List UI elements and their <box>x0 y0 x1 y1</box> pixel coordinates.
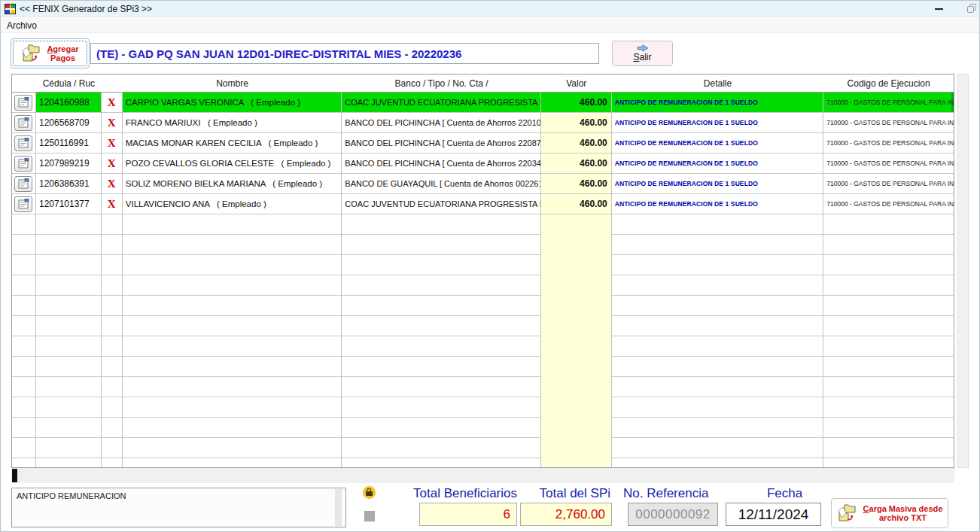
cell-cedula: 1207989219 <box>36 154 102 174</box>
edit-form-icon <box>18 117 29 128</box>
table-row: 1204160988 X CARPIO VARGAS VERONICA ( Em… <box>12 93 954 113</box>
delete-row-button[interactable]: X <box>102 133 123 154</box>
cell-banco: BANCO DEL PICHINCHA [ Cuenta de Ahorros … <box>342 133 541 154</box>
grid-header: Cédula / Ruc Nombre Banco / Tipo / No. C… <box>12 74 954 93</box>
cell-nombre: CARPIO VARGAS VERONICA ( Empleado ) <box>123 93 342 113</box>
cell-banco: BANCO DE GUAYAQUIL [ Cuenta de Ahorros 0… <box>342 174 541 194</box>
fecha-input[interactable]: 12/11/2024 <box>726 503 821 526</box>
delete-row-button[interactable]: X <box>102 194 123 214</box>
cell-detalle: ANTICIPO DE REMUNERACION DE 1 SUELDO <box>612 154 824 174</box>
cell-nombre: SOLIZ MORENO BIELKA MARIANA ( Empleado ) <box>123 174 342 194</box>
cell-codigo: 710000 - GASTOS DE PERSONAL PARA INVERSI <box>823 133 954 154</box>
fenix-window: << FENIX Generador de SPi3 >> Archivo Ag… <box>0 0 980 532</box>
total-spi-label: Total del SPi <box>520 486 610 501</box>
menu-archivo[interactable]: Archivo <box>1 19 43 32</box>
cell-detalle: ANTICIPO DE REMUNERACION DE 1 SUELDO <box>612 133 824 154</box>
edit-row-button[interactable] <box>14 176 32 192</box>
header-codigo: Codigo de Ejecucion <box>823 74 954 93</box>
table-row: 1250116991 X MACIAS MONAR KAREN CECILIA … <box>12 133 954 154</box>
edit-row-button[interactable] <box>14 95 32 111</box>
delete-row-button[interactable]: X <box>102 113 123 133</box>
window-title: << FENIX Generador de SPi3 >> <box>20 4 152 14</box>
edit-form-icon <box>18 178 29 189</box>
table-row: 1206386391 X SOLIZ MORENO BIELKA MARIANA… <box>12 174 954 194</box>
cell-detalle: ANTICIPO DE REMUNERACION DE 1 SUELDO <box>612 113 824 133</box>
memo-textarea[interactable]: ANTICIPO REMUNERACION <box>11 488 346 527</box>
cell-detalle: ANTICIPO DE REMUNERACION DE 1 SUELDO <box>612 194 824 214</box>
cell-nombre: VILLAVICENCIO ANA ( Empleado ) <box>123 194 342 214</box>
cell-banco: COAC JUVENTUD ECUATORIANA PROGRESISTA LT… <box>342 194 541 214</box>
total-beneficiarios-label: Total Beneficiarios <box>377 486 517 501</box>
total-spi-value: 2,760.00 <box>520 503 612 526</box>
edit-form-icon <box>18 199 29 209</box>
salir-button[interactable]: Salir <box>612 41 673 66</box>
empty-row <box>12 316 954 336</box>
empty-row <box>12 418 954 438</box>
restore-button[interactable] <box>963 1 980 17</box>
header-cedula: Cédula / Ruc <box>36 74 102 93</box>
delete-row-button[interactable]: X <box>102 93 123 113</box>
edit-row-button[interactable] <box>14 135 32 151</box>
minimize-button[interactable] <box>928 1 949 17</box>
total-beneficiarios-value: 6 <box>419 503 517 526</box>
empty-row <box>12 377 954 397</box>
entity-input[interactable]: (TE) - GAD PQ SAN JUAN 12D01-DIREC-DISTR… <box>90 43 599 64</box>
cell-codigo: 710000 - GASTOS DE PERSONAL PARA INVERSI <box>823 174 954 194</box>
empty-row <box>12 336 954 357</box>
cell-nombre: MACIAS MONAR KAREN CECILIA ( Empleado ) <box>123 133 342 154</box>
edit-row-button[interactable] <box>14 156 32 172</box>
header-delete <box>102 74 123 93</box>
cell-codigo: 710000 - GASTOS DE PERSONAL PARA INVERSI <box>823 154 954 174</box>
cell-valor: 460.00 <box>541 174 612 194</box>
payments-grid: Cédula / Ruc Nombre Banco / Tipo / No. C… <box>11 74 954 468</box>
cell-nombre: POZO CEVALLOS GLORIA CELESTE ( Empleado … <box>123 154 342 174</box>
cell-cedula: 1204160988 <box>36 93 102 113</box>
empty-row <box>12 275 954 296</box>
table-row: 1207989219 X POZO CEVALLOS GLORIA CELEST… <box>12 154 954 174</box>
header-detalle: Detalle <box>612 74 824 93</box>
cell-detalle: ANTICIPO DE REMUNERACION DE 1 SUELDO <box>612 174 824 194</box>
carga-masiva-label: Carga Masiva desde archivo TXT <box>863 504 943 522</box>
header-banco: Banco / Tipo / No. Cta / <box>342 74 541 93</box>
cell-valor: 460.00 <box>541 133 612 154</box>
empty-row <box>12 397 954 418</box>
app-icon <box>5 4 16 14</box>
scrollbar-thumb[interactable] <box>12 469 17 482</box>
delete-row-button[interactable]: X <box>102 154 123 174</box>
agregar-pagos-button[interactable]: Agregar Pagos <box>11 38 90 68</box>
header-valor: Valor <box>541 74 612 93</box>
referencia-value: 0000000092 <box>628 503 718 526</box>
empty-row <box>12 357 954 377</box>
horizontal-scrollbar[interactable] <box>11 468 954 483</box>
cell-codigo: 710000 - GASTOS DE PERSONAL PARA INVERSI <box>823 194 954 214</box>
grid-body: 1204160988 X CARPIO VARGAS VERONICA ( Em… <box>12 93 954 468</box>
cell-valor: 460.00 <box>541 113 612 133</box>
edit-row-button[interactable] <box>14 196 32 212</box>
cell-valor: 460.00 <box>541 194 612 214</box>
cell-cedula: 1250116991 <box>36 133 102 154</box>
delete-row-button[interactable]: X <box>102 174 123 194</box>
cell-cedula: 1207101377 <box>36 194 102 214</box>
fecha-label: Fecha <box>726 486 821 501</box>
lock-icon <box>363 486 376 499</box>
salir-label: Salir <box>633 52 651 62</box>
empty-row <box>12 255 954 275</box>
edit-form-icon <box>18 138 29 148</box>
edit-row-button[interactable] <box>14 115 32 131</box>
empty-row <box>12 458 954 468</box>
table-row: 1207101377 X VILLAVICENCIO ANA ( Emplead… <box>12 194 954 214</box>
cell-valor: 460.00 <box>541 154 612 174</box>
status-square <box>364 511 375 521</box>
cell-cedula: 1206386391 <box>36 174 102 194</box>
exit-arrow-icon <box>636 44 650 52</box>
edit-form-icon <box>18 97 29 108</box>
titlebar: << FENIX Generador de SPi3 >> <box>1 1 979 17</box>
referencia-label: No. Referencia <box>623 486 708 501</box>
carga-masiva-button[interactable]: Carga Masiva desde archivo TXT <box>831 498 948 528</box>
cell-codigo: 710000 - GASTOS DE PERSONAL PARA INVERSI <box>823 113 954 133</box>
empty-row <box>12 438 954 458</box>
vertical-scrollbar[interactable] <box>957 74 969 468</box>
cell-nombre: FRANCO MARIUXI ( Empleado ) <box>123 113 342 133</box>
cell-cedula: 1206568709 <box>36 113 102 133</box>
memo-scrollbar[interactable] <box>335 489 342 526</box>
